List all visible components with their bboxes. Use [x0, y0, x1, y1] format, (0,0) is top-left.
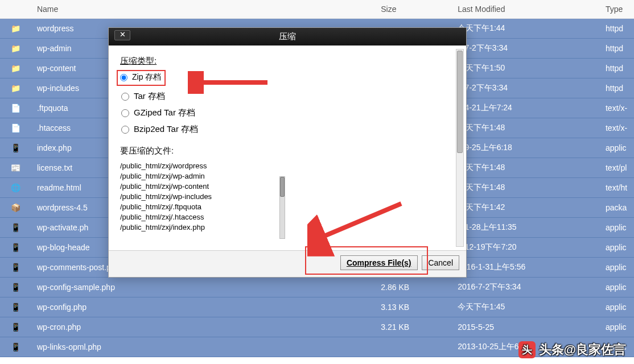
- compress-type-group: Zip 存档 Tar 存档 GZiped Tar 存档 Bzip2ed Tar …: [120, 71, 455, 138]
- file-modified: 6-1-28上午11:35: [452, 218, 600, 237]
- file-modified: 2016-1-31上午5:56: [452, 258, 600, 277]
- radio-gz-label: GZiped Tar 存档: [134, 107, 195, 118]
- file-modified: 今天下午1:42: [452, 198, 600, 217]
- file-path: /public_html/zxj/index.php: [120, 222, 455, 233]
- file-size: 3.13 KB: [375, 298, 452, 316]
- file-icon: 🌐: [10, 183, 20, 193]
- file-type: httpd: [600, 39, 634, 57]
- file-modified: 3-9-25上午6:18: [452, 138, 600, 158]
- file-name: wp-cron.php: [31, 318, 375, 336]
- file-size: [375, 342, 452, 351]
- highlight-zip-option: Zip 存档: [117, 70, 166, 86]
- radio-zip[interactable]: [120, 74, 127, 81]
- file-icon: 📁: [10, 23, 20, 34]
- files-list: /public_html/zxj/wordpress/public_html/z…: [120, 161, 455, 233]
- file-name: wp-config.php: [31, 298, 375, 316]
- table-header-row: Name Size Last Modified Type: [0, 0, 634, 19]
- radio-bz2-label: Bzip2ed Tar 存档: [134, 124, 198, 135]
- file-icon: 📱: [10, 143, 20, 153]
- col-type[interactable]: Type: [600, 0, 634, 19]
- col-modified[interactable]: Last Modified: [452, 0, 600, 19]
- file-modified: 今天下午1:48: [452, 118, 600, 138]
- file-path: /public_html/zxj/.ftpquota: [120, 202, 455, 212]
- file-icon: 📱: [10, 322, 20, 332]
- file-icon: 📱: [10, 222, 20, 233]
- file-icon: 📄: [10, 103, 20, 113]
- file-modified: 2015-5-25: [452, 318, 600, 336]
- file-type: packa: [600, 198, 634, 217]
- radio-bz2[interactable]: [121, 126, 129, 134]
- file-name: wp-config-sample.php: [31, 278, 375, 296]
- file-icon: 📱: [10, 242, 20, 253]
- file-type: httpd: [600, 79, 634, 97]
- file-icon: 📄: [10, 123, 20, 133]
- file-type: text/x-: [600, 119, 634, 137]
- file-icon: 📁: [10, 63, 20, 73]
- file-type: applic: [600, 139, 634, 157]
- radio-zip-label: Zip 存档: [132, 72, 161, 82]
- dialog-title: 压缩: [279, 31, 296, 41]
- compress-dialog: ✕ 压缩 压缩类型: Zip 存档 Tar 存档 GZiped Tar 存档 B…: [108, 27, 467, 278]
- radio-tar[interactable]: [121, 93, 129, 101]
- file-type: text/pl: [600, 159, 634, 177]
- dialog-footer: Compress File(s) Cancel: [109, 250, 466, 277]
- file-icon: 📦: [10, 202, 20, 213]
- file-type: httpd: [600, 19, 634, 38]
- file-icon: 📁: [10, 43, 20, 53]
- file-modified: 7-4-21上午7:24: [452, 98, 600, 118]
- file-type: applic: [600, 278, 634, 296]
- file-path: /public_html/zxj/wordpress: [120, 161, 455, 171]
- file-type: httpd: [600, 59, 634, 77]
- col-size[interactable]: Size: [375, 0, 452, 19]
- radio-gz[interactable]: [121, 109, 129, 117]
- file-modified: 6-7-2下午3:34: [452, 78, 600, 98]
- dialog-scrollbar[interactable]: [456, 49, 464, 247]
- file-type: text/ht: [600, 179, 634, 197]
- table-row[interactable]: 📱wp-config.php3.13 KB今天下午1:45applic: [0, 297, 634, 317]
- file-path: /public_html/zxj/wp-content: [120, 181, 455, 192]
- files-scroll-thumb[interactable]: [280, 177, 285, 197]
- file-modified: 5-12-19下午7:20: [452, 238, 600, 257]
- radio-tar-label: Tar 存档: [134, 91, 165, 102]
- file-modified: 今天下午1:44: [452, 19, 600, 38]
- file-type: applic: [600, 258, 634, 276]
- file-icon: 📁: [10, 83, 20, 93]
- file-icon: 📰: [10, 163, 20, 173]
- file-path: /public_html/zxj/wp-includes: [120, 192, 455, 202]
- file-name: wp-links-opml.php: [31, 338, 375, 356]
- file-modified: 2016-7-2下午3:34: [452, 278, 600, 297]
- cancel-button[interactable]: Cancel: [422, 255, 459, 270]
- col-name[interactable]: Name: [31, 0, 375, 19]
- file-modified: 今天下午1:45: [452, 297, 600, 317]
- close-icon[interactable]: ✕: [114, 30, 130, 40]
- table-row[interactable]: 📱wp-config-sample.php2.86 KB2016-7-2下午3:…: [0, 278, 634, 297]
- file-type: applic: [600, 318, 634, 336]
- file-modified: 今天下午1:50: [452, 59, 600, 78]
- file-modified: 6-7-2下午3:34: [452, 39, 600, 58]
- file-type: applic: [600, 238, 634, 257]
- files-scrollbar[interactable]: [279, 176, 285, 239]
- table-row[interactable]: 📱wp-cron.php3.21 KB2015-5-25applic: [0, 317, 634, 337]
- file-path: /public_html/zxj/wp-admin: [120, 171, 455, 181]
- dialog-scroll-thumb[interactable]: [457, 51, 463, 153]
- file-type: applic: [600, 218, 634, 237]
- file-type: applic: [600, 298, 634, 316]
- file-icon: 📱: [10, 342, 20, 352]
- file-icon: 📱: [10, 262, 20, 272]
- compress-button[interactable]: Compress File(s): [340, 255, 418, 270]
- file-size: 3.21 KB: [375, 318, 452, 336]
- file-modified: 今天下午1:48: [452, 178, 600, 197]
- compress-type-label: 压缩类型:: [120, 56, 455, 67]
- file-icon: 📱: [10, 282, 20, 292]
- files-to-compress-label: 要压缩的文件:: [120, 146, 455, 156]
- file-icon: 📱: [10, 302, 20, 312]
- dialog-titlebar[interactable]: ✕ 压缩: [109, 28, 466, 46]
- file-size: 2.86 KB: [375, 278, 452, 296]
- file-path: /public_html/zxj/.htaccess: [120, 212, 455, 222]
- file-type: text/x-: [600, 99, 634, 117]
- watermark: 头 头条@良家佐言: [518, 341, 626, 358]
- watermark-text: 头条@良家佐言: [539, 341, 626, 358]
- file-modified: 今天下午1:48: [452, 158, 600, 177]
- watermark-logo-icon: 头: [518, 341, 536, 358]
